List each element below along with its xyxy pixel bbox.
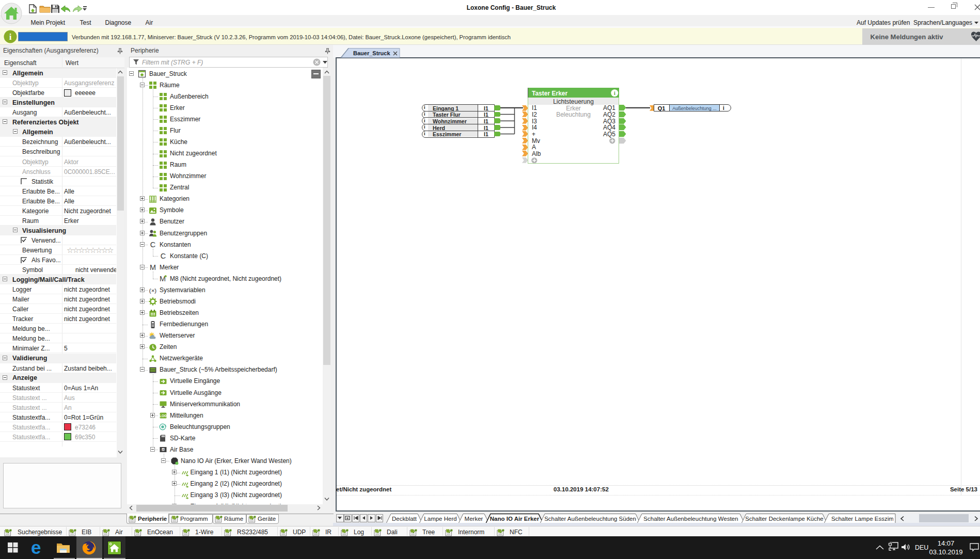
svg-text:i: i (614, 90, 615, 96)
